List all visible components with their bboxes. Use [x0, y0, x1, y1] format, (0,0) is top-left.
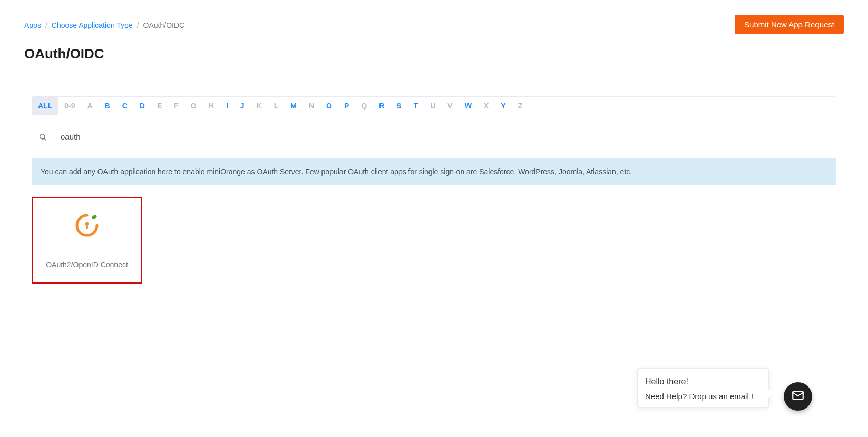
breadcrumb-separator: / — [137, 21, 139, 29]
breadcrumb-separator: / — [45, 21, 47, 29]
chat-popup-arrow — [768, 389, 773, 398]
mail-icon — [791, 389, 805, 404]
alpha-filter-0-9: 0-9 — [58, 97, 81, 115]
alpha-filter-m[interactable]: M — [285, 97, 303, 115]
app-card-label: OAuth2/OpenID Connect — [46, 261, 128, 269]
alpha-filter-d[interactable]: D — [134, 97, 151, 115]
alpha-filter-all[interactable]: ALL — [32, 97, 58, 115]
alpha-filter-v: V — [442, 97, 459, 115]
miniorange-lock-icon — [74, 212, 100, 241]
chat-popup-greeting: Hello there! — [645, 377, 761, 386]
alpha-filter-j[interactable]: J — [235, 97, 251, 115]
alpha-filter-x: X — [478, 97, 495, 115]
alpha-filter-i[interactable]: I — [220, 97, 235, 115]
search-input[interactable] — [53, 127, 836, 146]
alpha-filter-p[interactable]: P — [338, 97, 355, 115]
alpha-filter-k: K — [251, 97, 268, 115]
alpha-filter-u: U — [424, 97, 442, 115]
chat-popup-help-text: Need Help? Drop us an email ! — [645, 392, 761, 401]
page-title: OAuth/OIDC — [24, 46, 844, 62]
alpha-filter-o[interactable]: O — [320, 97, 338, 115]
alpha-filter-f: F — [168, 97, 185, 115]
alpha-filter-y[interactable]: Y — [495, 97, 512, 115]
breadcrumb-choose-type-link[interactable]: Choose Application Type — [52, 21, 133, 29]
alpha-filter-t[interactable]: T — [408, 97, 425, 115]
alpha-filter-q: Q — [355, 97, 373, 115]
alpha-filter-l: L — [268, 97, 285, 115]
alpha-filter-g: G — [185, 97, 203, 115]
alpha-filter-bar: ALL0-9ABCDEFGHIJKLMNOPQRSTUVWXYZ — [32, 96, 836, 115]
chat-fab-button[interactable] — [784, 382, 812, 411]
info-banner: You can add any OAuth application here t… — [32, 158, 836, 185]
alpha-filter-r[interactable]: R — [373, 97, 391, 115]
app-card-oauth2-openid[interactable]: OAuth2/OpenID Connect — [32, 197, 142, 284]
search-icon — [32, 127, 53, 146]
chat-help-popup: Hello there! Need Help? Drop us an email… — [637, 368, 769, 408]
alpha-filter-z: Z — [512, 97, 529, 115]
svg-point-4 — [91, 214, 97, 220]
breadcrumb-apps-link[interactable]: Apps — [24, 21, 41, 29]
submit-new-app-request-button[interactable]: Submit New App Request — [735, 15, 844, 34]
alpha-filter-s[interactable]: S — [391, 97, 407, 115]
alpha-filter-b[interactable]: B — [99, 97, 116, 115]
svg-line-1 — [44, 138, 45, 140]
breadcrumb: Apps / Choose Application Type / OAuth/O… — [24, 15, 184, 29]
alpha-filter-e: E — [151, 97, 168, 115]
alpha-filter-c[interactable]: C — [116, 97, 134, 115]
breadcrumb-current: OAuth/OIDC — [143, 21, 185, 29]
alpha-filter-a: A — [81, 97, 99, 115]
alpha-filter-h: H — [203, 97, 220, 115]
search-wrap — [32, 127, 836, 146]
svg-rect-3 — [86, 224, 88, 229]
alpha-filter-w[interactable]: W — [459, 97, 478, 115]
alpha-filter-n: N — [303, 97, 320, 115]
